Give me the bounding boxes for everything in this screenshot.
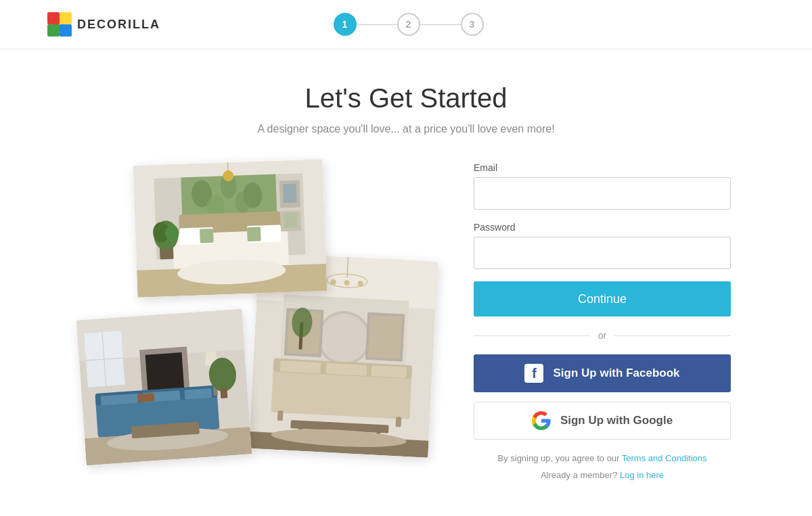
email-input[interactable] bbox=[474, 177, 731, 210]
signup-form: Email Password Continue or f Sign Up wit… bbox=[474, 162, 731, 480]
google-button-label: Sign Up with Google bbox=[560, 414, 673, 427]
google-icon bbox=[532, 411, 551, 430]
svg-rect-66 bbox=[277, 411, 284, 421]
password-label: Password bbox=[474, 222, 731, 233]
facebook-button-label: Sign Up with Facebook bbox=[553, 367, 679, 380]
svg-rect-5 bbox=[51, 16, 60, 24]
stepper: 1 2 3 bbox=[334, 13, 484, 36]
continue-button[interactable]: Continue bbox=[474, 281, 731, 316]
content-area: Email Password Continue or f Sign Up wit… bbox=[47, 162, 765, 480]
terms-text: By signing up, you agree to our Terms an… bbox=[474, 453, 731, 463]
svg-rect-8 bbox=[60, 24, 68, 32]
step-3: 3 bbox=[461, 13, 484, 36]
svg-rect-6 bbox=[60, 16, 68, 24]
or-divider: or bbox=[474, 330, 731, 341]
terms-link[interactable]: Terms and Conditions bbox=[622, 453, 707, 463]
svg-rect-31 bbox=[284, 213, 298, 229]
logo-icon bbox=[47, 12, 72, 37]
email-label: Email bbox=[474, 162, 731, 173]
step-1: 1 bbox=[334, 13, 357, 36]
password-input[interactable] bbox=[474, 237, 731, 269]
step-2: 2 bbox=[397, 13, 420, 36]
svg-rect-47 bbox=[184, 388, 212, 400]
step-line-1 bbox=[357, 24, 397, 25]
bedroom-photo bbox=[133, 159, 328, 298]
or-text: or bbox=[598, 330, 606, 341]
svg-rect-53 bbox=[137, 393, 155, 402]
living-room-image bbox=[76, 309, 252, 466]
svg-rect-65 bbox=[371, 365, 407, 378]
living-room-photo bbox=[76, 309, 252, 466]
page-subtitle: A designer space you'll love... at a pri… bbox=[47, 123, 765, 135]
facebook-icon: f bbox=[524, 364, 543, 383]
divider-line-right bbox=[614, 335, 731, 336]
step-line-2 bbox=[420, 24, 461, 25]
logo-text: DECORILLA bbox=[77, 18, 160, 32]
svg-rect-55 bbox=[220, 388, 227, 399]
google-signup-button[interactable]: Sign Up with Google bbox=[474, 402, 731, 440]
svg-rect-63 bbox=[280, 360, 321, 373]
svg-rect-67 bbox=[396, 417, 402, 427]
header: DECORILLA 1 2 3 bbox=[0, 0, 812, 49]
svg-rect-76 bbox=[368, 315, 402, 358]
svg-rect-23 bbox=[247, 227, 261, 241]
facebook-signup-button[interactable]: f Sign Up with Facebook bbox=[474, 354, 731, 392]
room-collage bbox=[81, 162, 433, 460]
svg-rect-64 bbox=[326, 363, 367, 376]
logo: DECORILLA bbox=[47, 12, 160, 37]
svg-rect-7 bbox=[51, 24, 60, 32]
already-member-text: Already a member? Log in here bbox=[474, 470, 731, 480]
divider-line-left bbox=[474, 335, 590, 336]
bedroom-image bbox=[133, 159, 328, 298]
page-title: Let's Get Started bbox=[47, 83, 765, 114]
svg-rect-22 bbox=[200, 229, 214, 243]
main-content: Let's Get Started A designer space you'l… bbox=[0, 49, 812, 500]
login-link[interactable]: Log in here bbox=[620, 470, 664, 480]
svg-rect-30 bbox=[283, 184, 297, 204]
